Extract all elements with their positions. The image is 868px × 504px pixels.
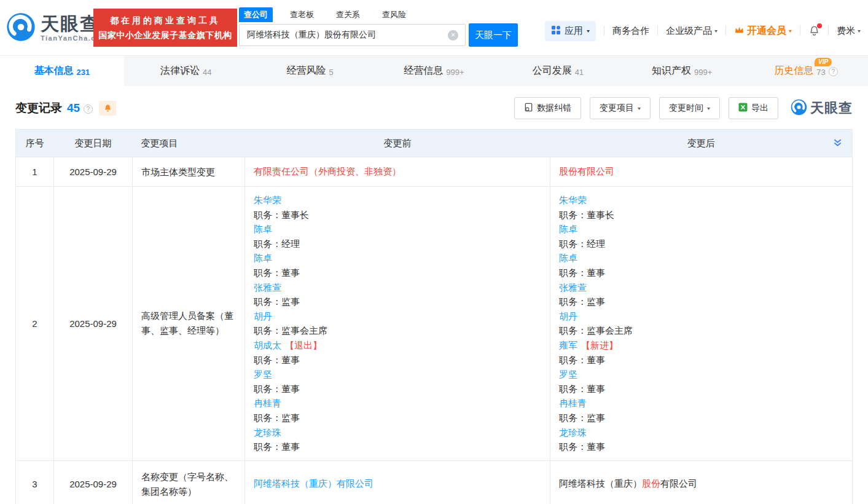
enterprise-product-label: 企业级产品 <box>666 25 712 37</box>
change-record-table: 序号 变更日期 变更项目 变更前 变更后 12025-09-29市场主体类型变更… <box>15 129 853 504</box>
tab-operation-info[interactable]: 经营信息 999+ <box>372 56 496 86</box>
crown-icon <box>734 25 745 37</box>
person-role: 职务：经理 <box>559 237 843 251</box>
person-role: 职务：董事 <box>254 266 541 280</box>
tianyancha-logo-icon <box>6 12 36 44</box>
search-tab-boss[interactable]: 查老板 <box>285 7 319 22</box>
person-link[interactable]: 胡丹 <box>254 311 272 321</box>
change-item: 名称变更（字号名称、集团名称等） <box>133 460 245 504</box>
col-header-after: 变更后 <box>550 130 853 157</box>
export-button[interactable]: 导出 <box>729 97 778 119</box>
tab-operation-risk[interactable]: 经营风险 5 <box>248 56 372 86</box>
person-link[interactable]: 朱华荣 <box>559 195 587 205</box>
person-link[interactable]: 冉桂青 <box>254 398 281 408</box>
divider <box>604 26 604 36</box>
person-role: 职务：董事长 <box>254 208 541 222</box>
change-after-cell: 股份有限公司 <box>550 157 853 187</box>
top-nav: 应用 ▾ 商务合作 企业级产品 ▾ 开通会员 ▾ <box>545 20 861 42</box>
notification-bell[interactable] <box>808 25 820 37</box>
tianyancha-logo[interactable]: 天眼查 TianYanCha.com <box>6 12 108 44</box>
tab-company-development[interactable]: 公司发展 41 <box>496 56 620 86</box>
change-item-filter-button[interactable]: 变更项目 ▾ <box>590 97 651 119</box>
chevron-down-icon: ▾ <box>714 28 717 34</box>
col-header-before: 变更前 <box>245 130 550 157</box>
change-text: 股份有限公司 <box>559 166 614 176</box>
person-link[interactable]: 张雅萱 <box>254 282 281 293</box>
person-link[interactable]: 胡丹 <box>559 311 577 321</box>
person-link[interactable]: 陈卓 <box>254 253 272 263</box>
apps-label: 应用 <box>565 25 583 37</box>
tab-basic-info[interactable]: 基本信息 231 <box>0 56 124 86</box>
chevron-down-icon: ▾ <box>638 106 641 111</box>
change-item: 高级管理人员备案（董事、监事、经理等） <box>133 187 245 461</box>
person-role: 职务：监事 <box>559 411 843 425</box>
search-area: 查公司 查老板 查关系 查风险 × 天眼一下 <box>239 7 518 47</box>
person-role: 职务：监事 <box>559 294 843 309</box>
tab-label: 知识产权 <box>652 65 691 77</box>
person-link[interactable]: 冉桂青 <box>559 398 587 408</box>
username[interactable]: 费米 <box>837 25 855 37</box>
vip-badge: VIP <box>815 58 832 66</box>
search-tab-relation[interactable]: 查关系 <box>331 7 365 22</box>
change-table-body: 12025-09-29市场主体类型变更有限责任公司（外商投资、非独资）股份有限公… <box>16 157 853 504</box>
chevron-down-icon: ▾ <box>587 28 590 34</box>
person-link[interactable]: 胡成太 <box>254 340 281 350</box>
help-icon[interactable]: ? <box>84 104 93 114</box>
help-icon[interactable]: ? <box>829 67 838 76</box>
person-link[interactable]: 罗坚 <box>254 369 272 379</box>
nav-cooperation[interactable]: 商务合作 <box>612 25 649 37</box>
change-text: 阿维塔科技（重庆） <box>559 478 642 489</box>
person-role: 职务：董事长 <box>559 208 843 222</box>
person-link[interactable]: 罗坚 <box>559 369 577 379</box>
person-link[interactable]: 陈卓 <box>254 224 272 234</box>
tab-label: 基本信息 <box>34 65 74 77</box>
person-role: 职务：董事 <box>254 439 541 454</box>
apps-menu[interactable]: 应用 ▾ <box>545 21 596 41</box>
col-header-date: 变更日期 <box>54 130 133 157</box>
row-number: 1 <box>16 157 54 187</box>
divider <box>725 26 726 36</box>
nav-open-vip[interactable]: 开通会员 ▾ <box>734 25 792 37</box>
change-after-cell: 阿维塔科技（重庆）股份有限公司 <box>550 460 853 504</box>
tab-label: 法律诉讼 <box>160 65 200 77</box>
search-input[interactable] <box>239 24 466 46</box>
change-time-label: 变更时间 <box>669 103 703 114</box>
search-button[interactable]: 天眼一下 <box>469 23 518 47</box>
person-link[interactable]: 陈卓 <box>559 224 577 234</box>
tab-intellectual-property[interactable]: 知识产权 999+ <box>620 56 744 86</box>
person-link[interactable]: 朱华荣 <box>254 195 281 205</box>
tab-history-info[interactable]: VIP 历史信息 73 ? <box>744 56 868 86</box>
change-item-label: 变更项目 <box>600 103 634 114</box>
person-link[interactable]: 张雅萱 <box>559 282 587 293</box>
tab-label: 历史信息 <box>774 65 813 77</box>
person-link[interactable]: 陈卓 <box>559 253 577 263</box>
data-correction-button[interactable]: 数据纠错 <box>514 97 581 119</box>
monitor-bell-button[interactable] <box>99 101 116 116</box>
company-link[interactable]: 阿维塔科技（重庆）有限公司 <box>254 478 373 489</box>
clear-input-icon[interactable]: × <box>448 30 458 41</box>
change-before-cell: 阿维塔科技（重庆）有限公司 <box>245 460 550 504</box>
tab-count: 231 <box>77 68 90 77</box>
person-link[interactable]: 龙珍珠 <box>559 427 587 438</box>
section-count: 45 <box>67 101 80 115</box>
change-time-filter-button[interactable]: 变更时间 ▾ <box>659 97 720 119</box>
tab-legal-proceedings[interactable]: 法律诉讼 44 <box>124 56 248 86</box>
document-correction-icon <box>524 103 533 114</box>
change-date: 2025-09-29 <box>54 460 133 504</box>
search-tab-risk[interactable]: 查风险 <box>377 7 411 22</box>
divider <box>828 26 829 36</box>
person-role: 职务：董事 <box>559 382 843 396</box>
divider <box>800 26 800 36</box>
search-tab-company[interactable]: 查公司 <box>239 7 273 22</box>
slogan-banner: 都在用的商业查询工具 国家中小企业发展子基金旗下机构 <box>93 9 237 47</box>
person-link[interactable]: 龙珍珠 <box>254 427 281 438</box>
nav-enterprise-product[interactable]: 企业级产品 ▾ <box>666 25 717 37</box>
collapse-all-icon[interactable] <box>833 138 842 149</box>
person-role: 职务：监事会主席 <box>254 323 541 338</box>
person-role: 职务：董事 <box>254 382 541 396</box>
tab-count: 5 <box>329 68 334 77</box>
chevron-down-icon: ▾ <box>707 106 710 111</box>
change-tag: 【新进】 <box>581 340 618 350</box>
person-link[interactable]: 雍军 <box>559 340 577 350</box>
change-tag: 【退出】 <box>285 340 322 350</box>
